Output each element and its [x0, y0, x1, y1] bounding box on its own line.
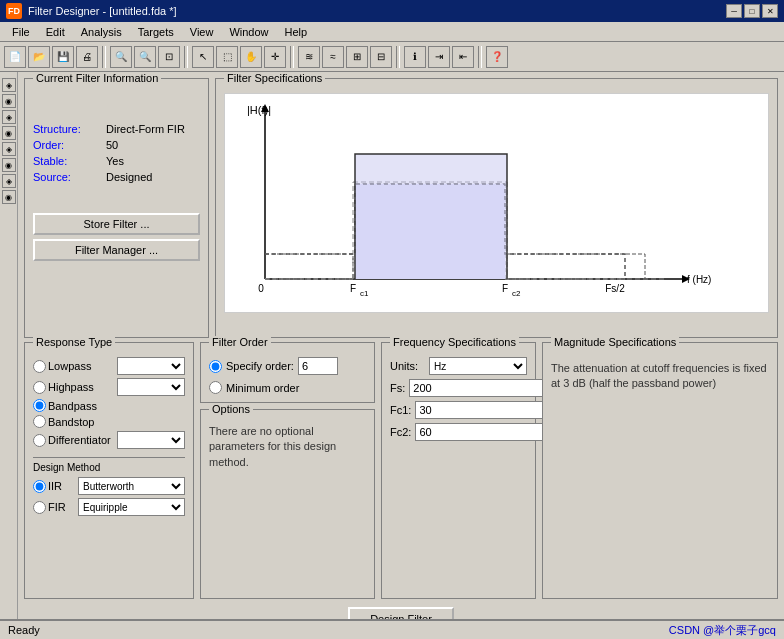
maximize-button[interactable]: □ [744, 4, 760, 18]
menu-view[interactable]: View [182, 24, 222, 40]
spec-button[interactable]: ≋ [298, 46, 320, 68]
differentiator-select[interactable] [117, 431, 186, 449]
print-button[interactable]: 🖨 [76, 46, 98, 68]
menu-targets[interactable]: Targets [130, 24, 182, 40]
zoom-in-button[interactable]: 🔍 [110, 46, 132, 68]
close-button[interactable]: ✕ [762, 4, 778, 18]
window-controls: ─ □ ✕ [726, 4, 778, 18]
stable-value: Yes [106, 155, 124, 167]
fc1-input[interactable] [415, 401, 561, 419]
sidebar-btn-8[interactable]: ◉ [2, 190, 16, 204]
sidebar-btn-6[interactable]: ◉ [2, 158, 16, 172]
bandstop-radio[interactable] [33, 415, 46, 428]
design-method-section: Design Method IIR Butterworth FIR Equiri… [33, 457, 185, 516]
sidebar-btn-1[interactable]: ◈ [2, 78, 16, 92]
differentiator-radio[interactable] [33, 434, 46, 447]
grid-button[interactable]: ⊞ [346, 46, 368, 68]
toolbar-sep-5 [478, 46, 482, 68]
sidebar-btn-2[interactable]: ◉ [2, 94, 16, 108]
fc2-input[interactable] [415, 423, 561, 441]
new-button[interactable]: 📄 [4, 46, 26, 68]
export-button[interactable]: ⇥ [428, 46, 450, 68]
fir-radio[interactable] [33, 501, 46, 514]
highpass-label: Highpass [48, 381, 115, 393]
toolbar-sep-4 [396, 46, 400, 68]
save-button[interactable]: 💾 [52, 46, 74, 68]
magnitude-specs-panel: Magnitude Specifications The attenuation… [542, 342, 778, 599]
stable-row: Stable: Yes [33, 155, 200, 167]
units-select[interactable]: Hz [429, 357, 527, 375]
iir-radio[interactable] [33, 480, 46, 493]
filter-button[interactable]: ≈ [322, 46, 344, 68]
fir-row: FIR Equiripple [33, 498, 185, 516]
zoom-out-button[interactable]: 🔍 [134, 46, 156, 68]
select-button[interactable]: ⬚ [216, 46, 238, 68]
svg-rect-7 [355, 154, 507, 279]
pan-button[interactable]: ✋ [240, 46, 262, 68]
minimize-button[interactable]: ─ [726, 4, 742, 18]
status-text: Ready [8, 624, 40, 636]
fir-method-select[interactable]: Equiripple [78, 498, 185, 516]
differentiator-row: Differentiator [33, 431, 185, 449]
lowpass-select[interactable] [117, 357, 186, 375]
data-cursor-button[interactable]: ✛ [264, 46, 286, 68]
menu-edit[interactable]: Edit [38, 24, 73, 40]
minimum-order-row: Minimum order [209, 381, 366, 394]
svg-text:Fs/2: Fs/2 [605, 283, 625, 294]
menu-file[interactable]: File [4, 24, 38, 40]
svg-text:c2: c2 [512, 289, 521, 298]
source-value: Designed [106, 171, 152, 183]
bandstop-label: Bandstop [48, 416, 94, 428]
sidebar-btn-3[interactable]: ◈ [2, 110, 16, 124]
specify-order-label: Specify order: [226, 360, 294, 372]
fs-label: Fs: [390, 382, 405, 394]
differentiator-label: Differentiator [48, 434, 115, 446]
window-title: Filter Designer - [untitled.fda *] [28, 5, 177, 17]
iir-method-select[interactable]: Butterworth [78, 477, 185, 495]
fc2-row: Fc2: [390, 423, 527, 441]
menu-bar: File Edit Analysis Targets View Window H… [0, 22, 784, 42]
menu-analysis[interactable]: Analysis [73, 24, 130, 40]
fs-input[interactable] [409, 379, 555, 397]
legend-button[interactable]: ⊟ [370, 46, 392, 68]
specify-order-radio[interactable] [209, 360, 222, 373]
toolbar-sep-2 [184, 46, 188, 68]
specify-order-input[interactable] [298, 357, 338, 375]
options-panel: Options There are no optional parameters… [200, 409, 375, 599]
menu-help[interactable]: Help [277, 24, 316, 40]
structure-row: Structure: Direct-Form FIR [33, 123, 200, 135]
title-bar: FD Filter Designer - [untitled.fda *] ─ … [0, 0, 784, 22]
sidebar-btn-4[interactable]: ◉ [2, 126, 16, 140]
stable-label: Stable: [33, 155, 98, 167]
filter-specs-title: Filter Specifications [224, 72, 325, 84]
chart-area: |H(f)| [224, 93, 769, 313]
fir-label: FIR [48, 501, 76, 513]
svg-text:f (Hz): f (Hz) [687, 274, 711, 285]
import-button[interactable]: ⇤ [452, 46, 474, 68]
info-button[interactable]: ℹ [404, 46, 426, 68]
highpass-row: Highpass [33, 378, 185, 396]
status-credit: CSDN @举个栗子gcq [669, 623, 776, 638]
fc1-label: Fc1: [390, 404, 411, 416]
sidebar-btn-7[interactable]: ◈ [2, 174, 16, 188]
bandpass-radio[interactable] [33, 399, 46, 412]
bandpass-row: Bandpass [33, 399, 185, 412]
structure-value: Direct-Form FIR [106, 123, 185, 135]
filter-manager-button[interactable]: Filter Manager ... [33, 239, 200, 261]
minimum-order-radio[interactable] [209, 381, 222, 394]
open-button[interactable]: 📂 [28, 46, 50, 68]
highpass-select[interactable] [117, 378, 186, 396]
highpass-radio[interactable] [33, 381, 46, 394]
svg-text:F: F [502, 283, 508, 294]
help-button[interactable]: ❓ [486, 46, 508, 68]
lowpass-radio[interactable] [33, 360, 46, 373]
zoom-fit-button[interactable]: ⊡ [158, 46, 180, 68]
toolbar-sep-1 [102, 46, 106, 68]
magnitude-specs-text: The attenuation at cutoff frequencies is… [551, 361, 769, 392]
menu-window[interactable]: Window [221, 24, 276, 40]
cursor-button[interactable]: ↖ [192, 46, 214, 68]
units-row: Units: Hz [390, 357, 527, 375]
store-filter-button[interactable]: Store Filter ... [33, 213, 200, 235]
sidebar-btn-5[interactable]: ◈ [2, 142, 16, 156]
toolbar: 📄 📂 💾 🖨 🔍 🔍 ⊡ ↖ ⬚ ✋ ✛ ≋ ≈ ⊞ ⊟ ℹ ⇥ ⇤ ❓ [0, 42, 784, 72]
